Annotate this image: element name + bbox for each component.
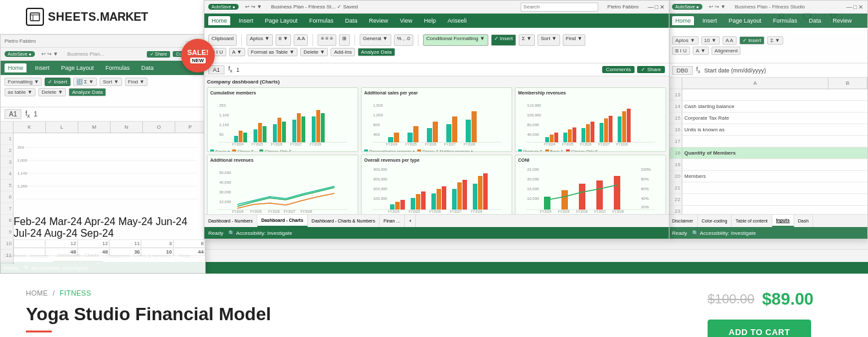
center-sheet-tab-charts[interactable]: Dashboard - Charts <box>257 215 308 227</box>
center-sheet-tab-add[interactable]: + <box>405 215 416 227</box>
ribbon-tab-pagelayout[interactable]: Page Layout <box>58 63 98 72</box>
ribbon-insert[interactable]: Insert <box>235 16 257 25</box>
svg-text:100,000: 100,000 <box>527 113 541 117</box>
ribbon-tab-data[interactable]: Data <box>138 63 157 72</box>
svg-text:1,100: 1,100 <box>219 113 230 117</box>
svg-text:60%: 60% <box>641 187 649 191</box>
chart-additional-revenues: Additional revenues 50,000 40,000 30,000… <box>207 155 358 219</box>
svg-text:1,280: 1,280 <box>17 184 28 188</box>
svg-text:100%: 100% <box>641 168 651 171</box>
svg-text:FY2028: FY2028 <box>471 210 483 213</box>
right-ribbon-review[interactable]: Review <box>830 16 856 25</box>
svg-rect-32 <box>312 116 316 142</box>
svg-text:50,000: 50,000 <box>219 171 232 175</box>
svg-rect-49 <box>427 128 432 142</box>
ribbon-data[interactable]: Data <box>342 16 361 25</box>
svg-text:FY2025: FY2025 <box>252 142 263 146</box>
svg-rect-100 <box>390 204 395 210</box>
breadcrumb-home[interactable]: HOME <box>26 289 48 297</box>
right-ribbon-data[interactable]: Data <box>806 16 825 25</box>
svg-text:FY2025: FY2025 <box>409 210 420 213</box>
svg-text:80%: 80% <box>641 177 649 181</box>
svg-text:22,000: 22,000 <box>527 168 539 171</box>
svg-text:FY2024: FY2024 <box>388 210 400 213</box>
svg-text:100,000: 100,000 <box>373 197 387 201</box>
chart-additional-sales: Additional sales per year 1,500 1,000 60… <box>361 87 512 152</box>
svg-text:FY2025: FY2025 <box>406 142 417 146</box>
logo[interactable]: SHEETS.MARKET <box>26 8 148 26</box>
svg-rect-26 <box>273 124 277 142</box>
right-tab-disclaimer[interactable]: Disclaimer <box>668 215 698 227</box>
svg-rect-69 <box>568 129 572 142</box>
svg-rect-113 <box>478 176 483 210</box>
ribbon-tab-home[interactable]: Home <box>5 63 27 72</box>
right-ribbon-insert[interactable]: Insert <box>699 16 721 25</box>
svg-text:40%: 40% <box>641 197 649 201</box>
svg-text:FY2026: FY2026 <box>580 142 592 146</box>
ribbon-pagelayout[interactable]: Page Layout <box>262 16 301 25</box>
svg-text:FY2027: FY2027 <box>444 142 456 146</box>
svg-text:250: 250 <box>219 103 226 107</box>
excel-window-center: AutoSave ● ↩ ↪ ▼ Business Plan - Fitness… <box>204 0 669 239</box>
center-sheet-tab-chartsnum[interactable]: Dashboard - Charts & Numbers <box>308 215 380 227</box>
right-tab-dash[interactable]: Dash <box>794 215 813 227</box>
excel-window-left: Pietro Fabbro — □ ✕ AutoSave ● ↩ ↪ ▼ Bus… <box>0 34 206 274</box>
svg-text:600: 600 <box>373 123 380 127</box>
svg-rect-109 <box>452 189 457 210</box>
svg-rect-130 <box>544 197 550 210</box>
svg-rect-132 <box>579 184 585 210</box>
ribbon-tab-insert[interactable]: Insert <box>32 63 53 72</box>
ribbon-help[interactable]: Help <box>420 16 439 25</box>
svg-rect-28 <box>282 122 286 142</box>
svg-rect-25 <box>263 126 266 142</box>
svg-text:1,000: 1,000 <box>373 113 384 117</box>
right-tab-color[interactable]: Color-coding <box>698 215 732 227</box>
svg-text:FY2027: FY2027 <box>594 210 606 213</box>
svg-text:FY2027: FY2027 <box>284 210 296 213</box>
chart-cumulative-members: Cumulative members 250 1,100 1,140 50 <box>207 87 358 152</box>
svg-rect-22 <box>243 133 247 142</box>
svg-text:FY2027: FY2027 <box>598 142 610 146</box>
svg-rect-75 <box>604 118 608 142</box>
svg-text:20,000: 20,000 <box>527 177 539 181</box>
right-ribbon-home[interactable]: Home <box>672 16 694 25</box>
center-sheet-tab-finan[interactable]: Finan … <box>380 215 405 227</box>
svg-text:10,000: 10,000 <box>219 200 232 204</box>
svg-text:250: 250 <box>17 146 25 149</box>
svg-rect-68 <box>563 133 567 142</box>
breadcrumb-category[interactable]: FITNESS <box>60 289 91 297</box>
svg-rect-101 <box>395 202 400 210</box>
svg-rect-65 <box>545 137 549 142</box>
svg-rect-24 <box>258 123 262 142</box>
ribbon-home[interactable]: Home <box>208 16 230 25</box>
ribbon-ariseeli[interactable]: Ariseeli <box>444 16 470 25</box>
svg-text:FY2025: FY2025 <box>250 210 262 213</box>
svg-text:40,000: 40,000 <box>219 180 232 184</box>
right-ribbon-formulas[interactable]: Formulas <box>770 16 801 25</box>
svg-rect-21 <box>239 131 243 142</box>
right-tab-inputs[interactable]: Inputs <box>772 215 794 227</box>
svg-rect-74 <box>600 123 603 142</box>
svg-text:15,000: 15,000 <box>527 187 539 191</box>
svg-rect-27 <box>277 118 281 142</box>
ribbon-view[interactable]: View <box>396 16 415 25</box>
svg-rect-0 <box>30 13 39 21</box>
add-to-cart-button[interactable]: ADD TO CART <box>708 320 811 337</box>
svg-rect-76 <box>609 116 613 142</box>
svg-rect-78 <box>622 111 626 142</box>
ribbon-formulas[interactable]: Formulas <box>306 16 337 25</box>
ribbon-review[interactable]: Review <box>366 16 392 25</box>
svg-rect-104 <box>416 194 420 210</box>
sale-badge: Sale! NEW <box>181 39 215 72</box>
svg-rect-103 <box>411 198 415 210</box>
center-sheet-tab-numbers[interactable]: Dashboard - Numbers <box>204 215 257 227</box>
bottom-section: HOME / FITNESS Yoga Studio Financial Mod… <box>0 274 868 337</box>
svg-rect-105 <box>421 191 426 210</box>
right-ribbon-pagelayout[interactable]: Page Layout <box>726 16 765 25</box>
svg-text:FY2026: FY2026 <box>576 210 588 213</box>
ribbon-tab-formulas[interactable]: Formulas <box>102 63 133 72</box>
excel-search[interactable] <box>521 3 598 12</box>
right-tab-toc[interactable]: Table of content <box>732 215 772 227</box>
dashboard-label: Company dashboard (Charts) <box>207 79 666 85</box>
logo-label: SHEETS.MARKET <box>48 10 148 24</box>
